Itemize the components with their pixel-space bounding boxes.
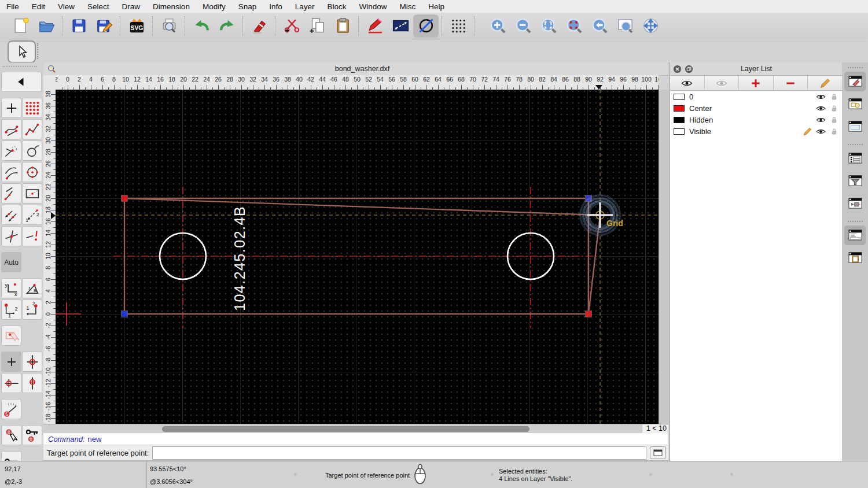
- tool-direction-lines[interactable]: [1, 205, 21, 225]
- menu-item-edit[interactable]: Edit: [25, 2, 52, 11]
- tool-spline[interactable]: [1, 119, 21, 139]
- hide-all-layers-button[interactable]: [705, 76, 740, 90]
- snap-free-button[interactable]: [1, 352, 21, 372]
- layer-row-center[interactable]: Center: [670, 102, 843, 114]
- tool-relative-corner-1[interactable]: 12: [1, 300, 21, 320]
- snap-endpoint-button[interactable]: [1, 373, 21, 393]
- tool-sequence[interactable]: 12: [22, 205, 42, 225]
- back-button[interactable]: [1, 72, 42, 92]
- delete-button[interactable]: [247, 14, 272, 38]
- layer-lock-icon[interactable]: [829, 115, 839, 125]
- menu-item-dimension[interactable]: Dimension: [146, 2, 196, 11]
- menu-item-snap[interactable]: Snap: [232, 2, 263, 11]
- dock-pen-widget-button[interactable]: [844, 72, 866, 91]
- menu-item-select[interactable]: Select: [81, 2, 116, 11]
- grid-toggle-button[interactable]: [446, 14, 471, 38]
- zoom-selected-button[interactable]: [561, 14, 587, 38]
- snap-grid-button[interactable]: [22, 352, 42, 372]
- snap-entity-button[interactable]: [1, 425, 21, 445]
- layer-lock-icon[interactable]: [829, 92, 839, 102]
- layer-visible-icon[interactable]: [816, 115, 826, 125]
- tool-rect-diagonal[interactable]: [22, 183, 42, 204]
- zoom-pan-button[interactable]: [638, 14, 663, 38]
- drawing-canvas[interactable]: 104.245.02.4BGrid: [56, 90, 659, 424]
- paste-button[interactable]: [330, 14, 355, 38]
- detach-command-button[interactable]: [650, 446, 666, 459]
- zoom-in-button[interactable]: [485, 14, 510, 38]
- tool-coordinate-xy[interactable]: yx: [1, 278, 21, 298]
- cut-button[interactable]: [279, 14, 304, 38]
- tool-arcs[interactable]: [1, 162, 21, 182]
- layer-visible-icon[interactable]: [816, 92, 826, 102]
- tool-select-entity-faded[interactable]: [1, 326, 21, 346]
- layer-visible-icon[interactable]: [816, 103, 826, 113]
- tool-polyline[interactable]: [22, 119, 42, 139]
- horizontal-scrollbar[interactable]: [43, 424, 668, 434]
- layer-lock-icon[interactable]: [829, 127, 839, 136]
- new-document-button[interactable]: [8, 14, 34, 38]
- add-layer-button[interactable]: [739, 76, 774, 90]
- redo-button[interactable]: [214, 14, 240, 38]
- layer-edit-icon[interactable]: [803, 127, 812, 136]
- tool-relative-corner-2[interactable]: 12: [22, 300, 42, 320]
- document-titlebar[interactable]: bond_washer.dxf: [43, 62, 668, 76]
- tool-arc-tangent[interactable]: [1, 183, 21, 204]
- layer-lock-icon[interactable]: [829, 103, 839, 113]
- tool-coordinate-polar[interactable]: ra: [22, 278, 42, 298]
- tool-limit[interactable]: [22, 226, 42, 246]
- remove-layer-button[interactable]: [774, 76, 808, 90]
- zoom-out-button[interactable]: [510, 14, 536, 38]
- command-input[interactable]: [152, 446, 646, 460]
- restrict-lock-snap-button[interactable]: [22, 425, 42, 445]
- menu-item-info[interactable]: Info: [263, 2, 289, 11]
- layer-visible-icon[interactable]: [816, 127, 826, 136]
- snap-middle-button[interactable]: [22, 373, 42, 393]
- menu-item-window[interactable]: Window: [353, 2, 393, 11]
- export-svg-button[interactable]: SVG: [124, 14, 149, 38]
- tool-circle-center[interactable]: [22, 162, 42, 182]
- layer-row-0[interactable]: 0: [670, 91, 843, 102]
- menu-item-modify[interactable]: Modify: [196, 2, 232, 11]
- dock-filter-widget-button[interactable]: [844, 171, 866, 191]
- menu-item-misc[interactable]: Misc: [393, 2, 422, 11]
- float-panel-button[interactable]: [685, 65, 693, 73]
- menu-item-draw[interactable]: Draw: [116, 2, 147, 11]
- menu-item-view[interactable]: View: [52, 2, 81, 11]
- menu-item-file[interactable]: File: [0, 2, 25, 11]
- zoom-previous-button[interactable]: [587, 14, 612, 38]
- measure-distance-button[interactable]: [388, 14, 413, 38]
- tool-intersection[interactable]: [1, 226, 21, 246]
- scrollbar-thumb[interactable]: [162, 426, 529, 432]
- tool-tangent-point[interactable]: [1, 141, 21, 161]
- menu-item-help[interactable]: Help: [422, 2, 451, 11]
- dock-library-widget-button[interactable]: [844, 117, 866, 136]
- layer-row-hidden[interactable]: Hidden: [670, 114, 843, 125]
- tool-circle-handle[interactable]: [22, 141, 42, 161]
- close-panel-button[interactable]: [673, 65, 682, 73]
- dock-tool-widget-button[interactable]: [844, 194, 866, 213]
- pen-attributes-button[interactable]: [362, 14, 388, 38]
- dock-list-widget-button[interactable]: [844, 149, 866, 168]
- dock-command-widget-button[interactable]: [844, 225, 866, 245]
- zoom-auto-button[interactable]: [536, 14, 561, 38]
- tool-point[interactable]: [1, 98, 21, 118]
- dock-clipboard-widget-button[interactable]: [844, 248, 866, 268]
- print-preview-button[interactable]: [156, 14, 182, 38]
- copy-button[interactable]: [304, 14, 330, 38]
- layer-row-visible[interactable]: Visible: [670, 125, 843, 137]
- undo-button[interactable]: [189, 14, 214, 38]
- selection-tool-button[interactable]: [8, 40, 36, 63]
- circle-tool-button[interactable]: [413, 14, 439, 38]
- zoom-window-button[interactable]: [612, 14, 638, 38]
- open-file-button[interactable]: [34, 14, 59, 38]
- menu-item-layer[interactable]: Layer: [289, 2, 321, 11]
- show-all-layers-button[interactable]: [670, 76, 705, 90]
- edit-layer-button[interactable]: [808, 76, 843, 90]
- snap-angle-button[interactable]: [1, 399, 21, 419]
- save-as-button[interactable]: [91, 14, 117, 38]
- save-button[interactable]: [66, 14, 91, 38]
- snap-auto-button[interactable]: Auto: [1, 252, 21, 272]
- menu-item-block[interactable]: Block: [321, 2, 353, 11]
- tool-point-grid[interactable]: [22, 98, 42, 118]
- dock-block-widget-button[interactable]: [844, 94, 866, 114]
